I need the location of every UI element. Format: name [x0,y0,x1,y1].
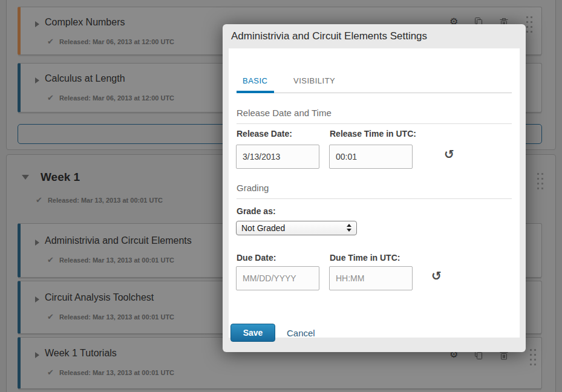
due-date-label: Due Date: [237,253,276,263]
release-date-label: Release Date: [237,129,292,139]
cancel-button[interactable]: Cancel [287,328,315,338]
release-section-heading: Release Date and Time [237,108,512,124]
release-date-input[interactable] [236,145,319,169]
release-time-label: Release Time in UTC: [330,129,416,139]
tab-visibility[interactable]: VISIBILITY [287,76,341,91]
select-spinner-icon [347,224,351,232]
release-time-input[interactable] [329,145,413,169]
tab-basic[interactable]: BASIC [237,76,274,93]
grading-section-heading: Grading [237,183,512,199]
modal-tabs: BASIC VISIBILITY [237,75,512,93]
due-time-input[interactable] [329,266,413,290]
grade-as-selected-value: Not Graded [241,223,285,233]
modal-body: BASIC VISIBILITY Release Date and Time R… [229,48,520,338]
grade-as-label: Grade as: [237,206,276,216]
reset-release-icon[interactable]: ↺ [444,148,454,160]
modal-title: Administrivia and Circuit Elements Setti… [231,30,427,42]
grade-as-select[interactable]: Not Graded [236,221,357,235]
due-time-label: Due Time in UTC: [330,253,400,263]
due-date-input[interactable] [236,266,319,290]
save-button[interactable]: Save [230,324,275,342]
subsection-settings-modal: Administrivia and Circuit Elements Setti… [223,24,526,352]
reset-due-icon[interactable]: ↺ [431,270,442,282]
